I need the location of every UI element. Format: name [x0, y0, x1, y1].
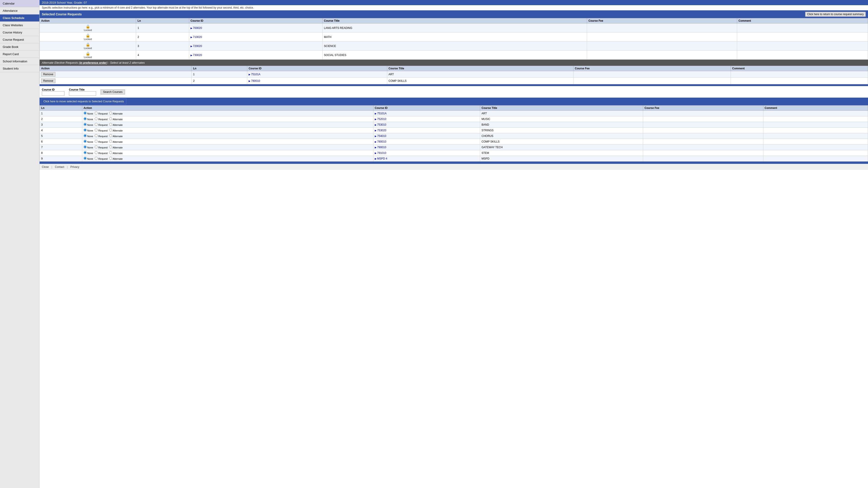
cl-action-cell[interactable]: None Request Alternate: [82, 144, 373, 150]
cl-course-id-cell[interactable]: 75101A: [373, 111, 480, 116]
radio-request-5[interactable]: [95, 140, 98, 143]
sidebar-item-course-request[interactable]: Course Request: [0, 36, 39, 43]
radio-none-3[interactable]: [84, 129, 87, 131]
alt-course-id-cell[interactable]: 780010: [247, 78, 387, 84]
cl-course-id-cell[interactable]: 752010: [373, 116, 480, 122]
return-to-summary-button[interactable]: Click here to return to course request s…: [805, 12, 866, 17]
course-id-link[interactable]: 700020: [191, 26, 202, 30]
radio-alternate-4[interactable]: [109, 134, 112, 137]
radio-alternate-6[interactable]: [109, 145, 112, 149]
course-title-input[interactable]: [69, 91, 96, 96]
remove-button[interactable]: Remove: [41, 72, 55, 76]
radio-request-6[interactable]: [95, 145, 98, 149]
sidebar-item-student-info[interactable]: Student Info: [0, 65, 39, 72]
sidebar-item-attendance[interactable]: Attendance: [0, 7, 39, 14]
radio-request-7[interactable]: [95, 151, 98, 154]
radio-request-2[interactable]: [95, 123, 98, 126]
cl-course-id-link[interactable]: MSPD 4: [375, 157, 387, 160]
sidebar-item-class-schedule[interactable]: Class Schedule: [0, 14, 39, 22]
radio-group[interactable]: None Request Alternate: [84, 118, 124, 121]
radio-group[interactable]: None Request Alternate: [84, 146, 124, 149]
radio-request-8[interactable]: [95, 157, 98, 160]
sidebar-item-course-history[interactable]: Course History: [0, 29, 39, 36]
radio-group[interactable]: None Request Alternate: [84, 140, 124, 143]
cl-course-id-link[interactable]: 780010: [375, 140, 386, 143]
radio-group[interactable]: None Request Alternate: [84, 135, 124, 138]
radio-group[interactable]: None Request Alternate: [84, 112, 124, 115]
course-id-cell[interactable]: 700020: [189, 24, 322, 33]
radio-none-6[interactable]: [84, 145, 87, 149]
alt-course-id-link[interactable]: 75101A: [249, 73, 260, 76]
radio-group[interactable]: None Request Alternate: [84, 129, 124, 132]
move-button-bar[interactable]: Click here to move selected requests to …: [39, 98, 868, 105]
course-id-link[interactable]: 710020: [191, 35, 202, 39]
alt-course-id-link[interactable]: 780010: [249, 79, 260, 83]
radio-alternate-7[interactable]: [109, 151, 112, 154]
cl-course-id-cell[interactable]: MSPD 4: [373, 156, 480, 162]
cl-course-id-link[interactable]: 75101A: [375, 112, 386, 115]
course-id-input[interactable]: [42, 91, 64, 96]
move-selected-button[interactable]: Click here to move selected requests to …: [41, 98, 126, 104]
course-id-link[interactable]: 720020: [191, 44, 202, 48]
cl-action-cell[interactable]: None Request Alternate: [82, 111, 373, 116]
cl-course-id-cell[interactable]: 791010: [373, 150, 480, 156]
radio-none-0[interactable]: [84, 111, 87, 115]
alt-course-id-cell[interactable]: 75101A: [247, 71, 387, 78]
cl-action-cell[interactable]: None Request Alternate: [82, 116, 373, 122]
remove-button[interactable]: Remove: [41, 78, 55, 83]
cl-course-id-link[interactable]: 752010: [375, 118, 386, 121]
radio-none-1[interactable]: [84, 117, 87, 120]
search-courses-button[interactable]: Search Courses: [101, 90, 125, 94]
remove-cell[interactable]: Remove: [40, 78, 192, 84]
radio-label-alternate: Alternate: [109, 152, 123, 155]
radio-request-0[interactable]: [95, 111, 98, 115]
radio-none-4[interactable]: [84, 134, 87, 137]
radio-alternate-5[interactable]: [109, 140, 112, 143]
footer-contact-link[interactable]: Contact: [55, 165, 64, 168]
cl-course-id-link[interactable]: 791010: [375, 151, 386, 155]
cl-action-cell[interactable]: None Request Alternate: [82, 139, 373, 144]
cl-action-cell[interactable]: None Request Alternate: [82, 128, 373, 133]
cl-action-cell[interactable]: None Request Alternate: [82, 150, 373, 156]
sidebar-item-class-websites[interactable]: Class Websites: [0, 22, 39, 29]
radio-request-4[interactable]: [95, 134, 98, 137]
course-id-cell[interactable]: 720020: [189, 41, 322, 51]
footer-close-link[interactable]: Close: [42, 165, 49, 168]
sidebar-item-report-card[interactable]: Report Card: [0, 51, 39, 58]
sidebar-item-school-information[interactable]: School Information: [0, 58, 39, 65]
footer-privacy-link[interactable]: Privacy: [70, 165, 79, 168]
cl-course-id-link[interactable]: 753020: [375, 129, 386, 132]
radio-alternate-0[interactable]: [109, 111, 112, 115]
cl-course-id-cell[interactable]: 753010: [373, 122, 480, 128]
radio-group[interactable]: None Request Alternate: [84, 158, 124, 160]
cl-course-id-link[interactable]: 753010: [375, 123, 386, 126]
radio-alternate-8[interactable]: [109, 157, 112, 160]
remove-cell[interactable]: Remove: [40, 71, 192, 78]
radio-group[interactable]: None Request Alternate: [84, 124, 124, 126]
cl-action-cell[interactable]: None Request Alternate: [82, 122, 373, 128]
course-id-cell[interactable]: 730020: [189, 51, 322, 60]
cl-action-cell[interactable]: None Request Alternate: [82, 156, 373, 162]
list-item: 3 None Request Alternate 753010 BAND: [40, 122, 868, 128]
radio-group[interactable]: None Request Alternate: [84, 152, 124, 155]
cl-action-cell[interactable]: None Request Alternate: [82, 133, 373, 139]
sidebar-item-grade-book[interactable]: Grade Book: [0, 43, 39, 51]
course-id-cell[interactable]: 710020: [189, 33, 322, 41]
course-id-link[interactable]: 730020: [191, 54, 202, 57]
radio-none-7[interactable]: [84, 151, 87, 154]
cl-course-id-link[interactable]: 790010: [375, 146, 386, 149]
radio-alternate-2[interactable]: [109, 123, 112, 126]
cl-course-id-cell[interactable]: 790010: [373, 144, 480, 150]
cl-course-id-cell[interactable]: 753020: [373, 128, 480, 133]
sidebar-item-calendar[interactable]: Calendar: [0, 0, 39, 7]
radio-alternate-1[interactable]: [109, 117, 112, 120]
radio-none-5[interactable]: [84, 140, 87, 143]
radio-none-2[interactable]: [84, 123, 87, 126]
cl-course-id-link[interactable]: 754010: [375, 134, 386, 138]
radio-none-8[interactable]: [84, 157, 87, 160]
radio-request-1[interactable]: [95, 117, 98, 120]
cl-course-id-cell[interactable]: 754010: [373, 133, 480, 139]
radio-alternate-3[interactable]: [109, 129, 112, 131]
cl-course-id-cell[interactable]: 780010: [373, 139, 480, 144]
radio-request-3[interactable]: [95, 129, 98, 131]
